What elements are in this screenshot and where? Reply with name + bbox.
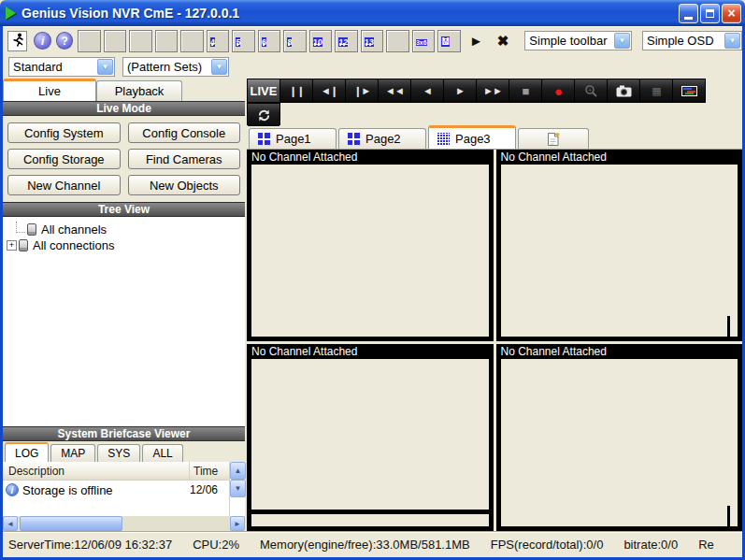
tab-playback[interactable]: Playback bbox=[96, 80, 182, 101]
new-page-tab[interactable] bbox=[518, 128, 589, 149]
help-button[interactable]: ? bbox=[56, 32, 74, 50]
vertical-scrollbar[interactable]: ▲ ▼ bbox=[229, 462, 245, 516]
expand-icon[interactable]: + bbox=[7, 240, 17, 251]
close-button[interactable]: × bbox=[722, 4, 741, 23]
video-cell-4[interactable]: No Channel Attached bbox=[496, 344, 743, 531]
fast-forward-button[interactable]: ►► bbox=[477, 79, 509, 102]
tab-page2[interactable]: Page2 bbox=[338, 128, 426, 149]
tab-all[interactable]: ALL bbox=[142, 444, 182, 462]
new-channel-button[interactable]: New Channel bbox=[7, 175, 121, 195]
help-icon: ? bbox=[62, 35, 68, 48]
maximize-button[interactable] bbox=[700, 4, 720, 23]
layout-matrix-button[interactable]: M bbox=[437, 30, 461, 52]
chevron-down-icon[interactable]: ▼ bbox=[724, 33, 740, 49]
scroll-up-icon[interactable]: ▲ bbox=[230, 462, 246, 480]
layout-3x6-button[interactable]: 3x6 bbox=[412, 30, 436, 52]
layout-6-button[interactable]: 6 bbox=[258, 30, 281, 52]
layout-6-icon: 6 bbox=[262, 37, 266, 47]
layout-4x4-button[interactable] bbox=[155, 30, 179, 52]
scroll-right-icon[interactable]: ► bbox=[230, 516, 245, 531]
rewind-button[interactable]: ◄◄ bbox=[379, 79, 410, 102]
snapshot-button[interactable] bbox=[608, 79, 639, 102]
scroll-left-icon[interactable]: ◄ bbox=[3, 516, 18, 531]
play-backward-button[interactable]: ◄ bbox=[411, 79, 443, 102]
toolbar-mode-select[interactable]: Simple toolbar ▼ bbox=[524, 31, 632, 50]
chevron-down-icon[interactable]: ▼ bbox=[614, 33, 630, 49]
profile-select[interactable]: Standard ▼ bbox=[8, 57, 115, 77]
chevron-down-icon[interactable]: ▼ bbox=[97, 59, 113, 75]
horizontal-scrollbar[interactable]: ◄ ► bbox=[3, 516, 245, 531]
layout-4-button[interactable]: 4 bbox=[207, 30, 230, 52]
video-cell-1[interactable]: No Channel Attached bbox=[247, 150, 494, 341]
layout-5-icon: 5 bbox=[236, 37, 240, 47]
live-mode-header: Live Mode bbox=[3, 101, 245, 116]
layout-5x5-button[interactable] bbox=[180, 30, 204, 52]
server-icon bbox=[19, 239, 28, 251]
table-row[interactable]: i Storage is offline 12/06 bbox=[3, 481, 229, 499]
layout-12-button[interactable]: 12 bbox=[335, 30, 358, 52]
cell-header: No Channel Attached bbox=[251, 151, 357, 164]
layout-3x2-button[interactable] bbox=[386, 30, 409, 52]
layout-10-button[interactable]: 10 bbox=[309, 30, 333, 52]
layout-3x3-button[interactable] bbox=[129, 30, 152, 52]
minimize-button[interactable] bbox=[679, 4, 698, 23]
step-forward-button[interactable]: ❙► bbox=[346, 79, 378, 102]
layout-8-icon: 8 bbox=[287, 37, 292, 47]
stop-all-button[interactable]: ✖ bbox=[497, 33, 509, 50]
log-table-header: Description Time bbox=[3, 462, 229, 481]
osd-mode-select[interactable]: Simple OSD ▼ bbox=[642, 31, 742, 50]
scrollbar-thumb[interactable] bbox=[20, 516, 122, 531]
video-cell-2[interactable]: No Channel Attached bbox=[496, 150, 743, 341]
scroll-down-icon[interactable]: ▼ bbox=[230, 480, 246, 497]
config-console-button[interactable]: Config Console bbox=[128, 122, 241, 143]
info-icon: i bbox=[41, 35, 44, 48]
new-objects-button[interactable]: New Objects bbox=[128, 175, 241, 195]
color-adjust-button[interactable] bbox=[673, 79, 705, 102]
layout-8-button[interactable]: 8 bbox=[283, 30, 307, 52]
step-backward-button[interactable]: ◄❙ bbox=[313, 79, 345, 102]
tab-sys[interactable]: SYS bbox=[97, 444, 140, 462]
tab-page3[interactable]: Page3 bbox=[428, 125, 516, 149]
log-description: Storage is offline bbox=[22, 483, 190, 497]
maximize-icon bbox=[706, 9, 714, 18]
play-button[interactable]: ► bbox=[469, 33, 483, 49]
find-cameras-button[interactable]: Find Cameras bbox=[128, 149, 241, 169]
pattern-sets-select[interactable]: (Pattern Sets) ▼ bbox=[122, 57, 229, 77]
live-indicator[interactable]: LIVE bbox=[248, 79, 279, 102]
refresh-button[interactable] bbox=[248, 104, 279, 126]
playback-toolbar: LIVE ❙❙ ◄❙ ❙► ◄◄ ◄ ► ►► ■ ● bbox=[247, 79, 742, 103]
tree-item-all-channels[interactable]: All channels bbox=[3, 222, 245, 237]
config-storage-button[interactable]: Config Storage bbox=[7, 149, 121, 169]
video-cell-3[interactable]: No Channel Attached bbox=[247, 344, 494, 531]
play-forward-button[interactable]: ► bbox=[444, 79, 476, 102]
layout-2x2-button[interactable] bbox=[104, 30, 127, 52]
zoom-button[interactable]: + bbox=[575, 79, 607, 102]
pattern-sets-value: (Pattern Sets) bbox=[123, 60, 210, 74]
layout-1-button[interactable] bbox=[78, 30, 101, 52]
chevron-down-icon[interactable]: ▼ bbox=[211, 59, 227, 75]
config-system-button[interactable]: Config System bbox=[7, 122, 121, 143]
tab-map[interactable]: MAP bbox=[50, 444, 95, 462]
tree-item-all-connections[interactable]: + All connections bbox=[3, 237, 245, 253]
status-bitrate: bitrate:0/0 bbox=[623, 538, 678, 552]
grid-view-button[interactable]: ▦ bbox=[640, 79, 672, 102]
info-button[interactable]: i bbox=[34, 32, 51, 50]
layout-5-button[interactable]: 5 bbox=[232, 30, 255, 52]
pause-button[interactable]: ❙❙ bbox=[280, 79, 312, 102]
column-description[interactable]: Description bbox=[3, 462, 190, 480]
tab-live[interactable]: Live bbox=[3, 79, 96, 101]
cell-body bbox=[501, 165, 738, 337]
mode-tabs: Live Playback bbox=[3, 79, 245, 101]
exit-button[interactable] bbox=[7, 31, 27, 51]
cell-corner-divider bbox=[727, 316, 730, 337]
layout-4-icon: 4 bbox=[210, 37, 215, 47]
column-time[interactable]: Time bbox=[190, 462, 229, 480]
record-button[interactable]: ● bbox=[542, 79, 574, 102]
profile-toolbar: Standard ▼ (Pattern Sets) ▼ bbox=[3, 54, 742, 79]
cell-header: No Channel Attached bbox=[251, 345, 357, 358]
scrollbar-track[interactable] bbox=[122, 516, 230, 531]
layout-13-button[interactable]: 13 bbox=[361, 30, 384, 52]
stop-button[interactable]: ■ bbox=[509, 79, 541, 102]
tab-page1[interactable]: Page1 bbox=[249, 128, 337, 149]
tab-log[interactable]: LOG bbox=[5, 442, 49, 462]
